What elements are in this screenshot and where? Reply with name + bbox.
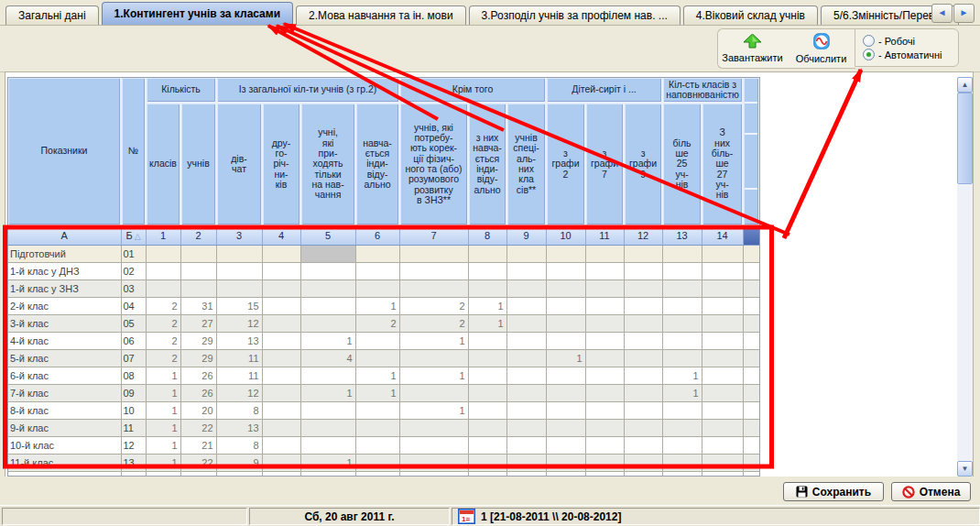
column-letter[interactable]: Б△	[121, 225, 146, 246]
value-cell[interactable]: 2	[399, 315, 468, 333]
row-number-cell[interactable]: 07	[121, 350, 146, 367]
value-cell[interactable]	[262, 455, 300, 472]
value-cell[interactable]	[506, 350, 546, 367]
column-letter[interactable]: 13	[662, 225, 702, 246]
value-cell[interactable]	[585, 298, 624, 315]
value-cell[interactable]	[585, 455, 624, 472]
selected-cell[interactable]	[300, 246, 355, 263]
value-cell[interactable]	[262, 420, 300, 437]
tab-item[interactable]: 2.Мова навчання та ін. мови	[296, 5, 466, 25]
partial-cell[interactable]	[743, 350, 759, 367]
partial-cell[interactable]	[743, 402, 759, 420]
value-cell[interactable]: 11	[216, 350, 262, 367]
column-header[interactable]: учнів, які потребу- ють корек- ції фізич…	[399, 103, 468, 225]
value-cell[interactable]	[399, 420, 468, 437]
value-cell[interactable]	[262, 315, 300, 333]
partial-cell[interactable]	[743, 385, 759, 402]
value-cell[interactable]: 1	[355, 298, 399, 315]
group-header[interactable]: Кіл-сть класів з наповнюваністю	[662, 78, 743, 103]
value-cell[interactable]	[146, 263, 180, 280]
value-cell[interactable]: 15	[216, 298, 262, 315]
value-cell[interactable]: 22	[180, 420, 216, 437]
value-cell[interactable]: 8	[216, 402, 262, 420]
value-cell[interactable]: 2	[355, 315, 399, 333]
column-header[interactable]: дру- го- річ- ни- ків	[262, 103, 300, 225]
value-cell[interactable]: 1	[300, 455, 355, 472]
value-cell[interactable]	[262, 437, 300, 455]
value-cell[interactable]	[662, 333, 702, 350]
column-header[interactable]: з графи 9	[624, 103, 662, 225]
value-cell[interactable]	[624, 455, 662, 472]
value-cell[interactable]: 26	[180, 385, 216, 402]
value-cell[interactable]: 12	[216, 315, 262, 333]
value-cell[interactable]	[399, 280, 468, 298]
value-cell[interactable]: 1	[146, 402, 180, 420]
value-cell[interactable]	[702, 298, 743, 315]
value-cell[interactable]	[624, 246, 662, 263]
value-cell[interactable]	[585, 333, 624, 350]
value-cell[interactable]	[506, 263, 546, 280]
value-cell[interactable]	[399, 350, 468, 367]
value-cell[interactable]	[662, 263, 702, 280]
value-cell[interactable]	[355, 280, 399, 298]
value-cell[interactable]	[702, 350, 743, 367]
value-cell[interactable]	[355, 420, 399, 437]
column-header[interactable]: з графи 2	[546, 103, 585, 225]
value-cell[interactable]	[468, 263, 506, 280]
vertical-scrollbar[interactable]: ▲ ▼	[957, 77, 973, 477]
value-cell[interactable]	[506, 298, 546, 315]
value-cell[interactable]	[506, 455, 546, 472]
value-cell[interactable]: 1	[399, 367, 468, 385]
value-cell[interactable]	[585, 367, 624, 385]
value-cell[interactable]: 1	[146, 420, 180, 437]
column-header[interactable]: дів- чат	[216, 103, 262, 225]
column-header[interactable]: З них біль- ше 27 уч- нів	[702, 103, 743, 225]
value-cell[interactable]: 2	[146, 350, 180, 367]
row-label-cell[interactable]: 9-й клас	[8, 420, 121, 437]
value-cell[interactable]	[546, 315, 585, 333]
column-letter[interactable]: 10	[546, 225, 585, 246]
value-cell[interactable]	[546, 246, 585, 263]
column-letter[interactable]: 11	[585, 225, 624, 246]
value-cell[interactable]	[180, 246, 216, 263]
value-cell[interactable]	[262, 350, 300, 367]
row-label-cell[interactable]: Підготовчий	[8, 246, 121, 263]
column-letter[interactable]: А	[8, 225, 121, 246]
value-cell[interactable]	[585, 263, 624, 280]
value-cell[interactable]	[262, 280, 300, 298]
group-header[interactable]: Дітей-сиріт і ...	[546, 78, 662, 103]
value-cell[interactable]: 11	[216, 367, 262, 385]
value-cell[interactable]: 22	[180, 455, 216, 472]
value-cell[interactable]: 27	[180, 315, 216, 333]
value-cell[interactable]	[624, 280, 662, 298]
value-cell[interactable]: 29	[180, 350, 216, 367]
value-cell[interactable]: 2	[146, 333, 180, 350]
value-cell[interactable]	[624, 420, 662, 437]
value-cell[interactable]	[468, 333, 506, 350]
value-cell[interactable]	[300, 437, 355, 455]
num-header[interactable]: №	[121, 78, 146, 225]
column-header[interactable]: з графи 7	[585, 103, 624, 225]
row-number-cell[interactable]: 06	[121, 333, 146, 350]
row-number-cell[interactable]: 04	[121, 298, 146, 315]
partial-cell[interactable]	[743, 298, 759, 315]
value-cell[interactable]	[355, 246, 399, 263]
value-cell[interactable]	[546, 263, 585, 280]
row-label-cell[interactable]: 1-й клас у ДНЗ	[8, 263, 121, 280]
value-cell[interactable]	[468, 420, 506, 437]
tab-item[interactable]: Загальні дані	[5, 5, 99, 25]
tab-active[interactable]: 1.Контингент учнів за класами	[102, 2, 294, 25]
column-header[interactable]: біль ше 25 уч- нів	[662, 103, 702, 225]
value-cell[interactable]	[355, 455, 399, 472]
value-cell[interactable]	[506, 280, 546, 298]
value-cell[interactable]	[300, 280, 355, 298]
value-cell[interactable]	[216, 280, 262, 298]
partial-cell[interactable]	[743, 367, 759, 385]
value-cell[interactable]	[546, 280, 585, 298]
value-cell[interactable]	[662, 315, 702, 333]
partial-cell[interactable]	[743, 263, 759, 280]
partial-cell[interactable]	[743, 455, 759, 472]
column-letter[interactable]: 5	[300, 225, 355, 246]
value-cell[interactable]	[468, 437, 506, 455]
value-cell[interactable]: 1	[146, 437, 180, 455]
